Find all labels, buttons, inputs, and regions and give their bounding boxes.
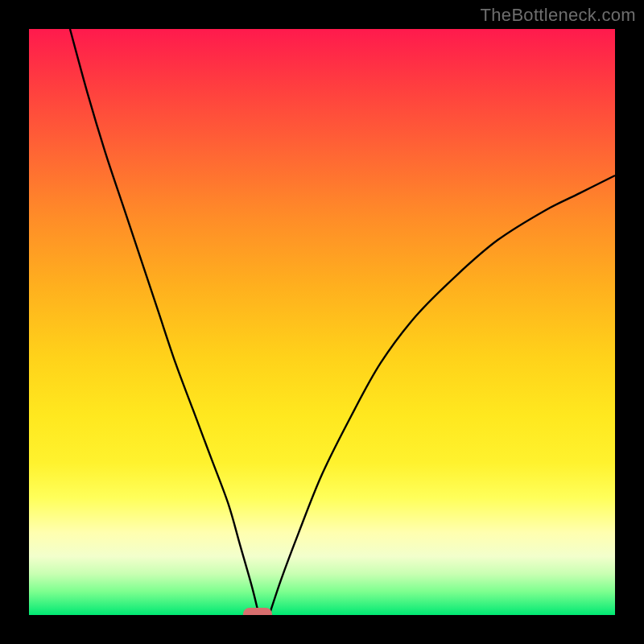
outer-frame: TheBottleneck.com	[0, 0, 644, 644]
curve-right-branch	[269, 175, 615, 615]
optimum-marker	[243, 608, 272, 615]
plot-area	[29, 29, 615, 615]
bottleneck-curve	[29, 29, 615, 615]
watermark-text: TheBottleneck.com	[481, 5, 636, 26]
curve-left-branch	[70, 29, 258, 609]
